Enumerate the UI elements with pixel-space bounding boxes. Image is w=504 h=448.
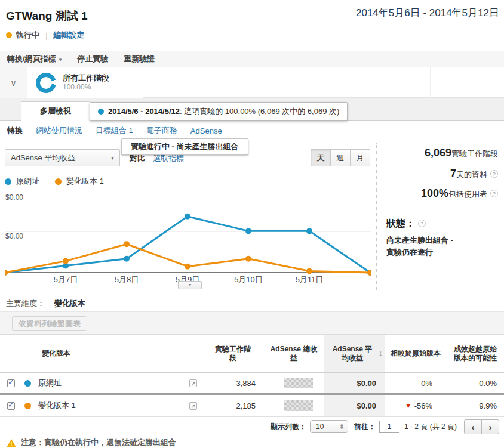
segment-cell-divider [430, 67, 431, 98]
svg-text:5月10日: 5月10日 [234, 275, 263, 284]
rows-per-page-label: 顯示列數： [271, 422, 306, 432]
tab-site-usage[interactable]: 網站使用情況 [36, 125, 82, 136]
redacted-value [284, 400, 313, 411]
series-dot-icon [24, 380, 31, 387]
segment-all-sessions[interactable]: 所有工作階段 100.00% [27, 67, 143, 98]
tab-explorer[interactable]: 多層檢視 [21, 101, 90, 121]
help-icon[interactable]: ? [418, 220, 426, 227]
tooltip-date: 2014/5/6 - 2014/5/12 [108, 107, 180, 116]
experiment-status-row: 執行中 | 編輯設定 [6, 30, 84, 41]
open-in-new-icon[interactable]: ↗ [189, 402, 197, 410]
table-row-variation-1: ✓ 變化版本 1 ↗ 2,185 $0.00 ▼ -56% 9.9% [0, 395, 504, 417]
open-in-new-icon[interactable]: ↗ [189, 379, 197, 387]
col-header-probability[interactable]: 成效超越原始版本的可能性 [447, 335, 504, 372]
vs-original-value: 0% [385, 373, 447, 393]
stop-experiment-button[interactable]: 停止實驗 [77, 51, 108, 67]
stat-days: 7天的資料? [377, 168, 504, 180]
experiment-running-banner: 實驗進行中 - 尚未產生勝出組合 [121, 138, 248, 155]
metric-type-menu[interactable]: 轉換/網頁指標▾ [7, 51, 62, 67]
granularity-week-button[interactable]: 週 [330, 149, 351, 166]
table-header: 變化版本 實驗工作階段 AdSense 總收益 AdSense 平均收益 ↓ 相… [0, 335, 504, 373]
col-header-sessions[interactable]: 實驗工作階段 [202, 335, 264, 372]
segment-name: 所有工作階段 [63, 73, 109, 83]
col-header-vs-original[interactable]: 相較於原始版本 [385, 335, 447, 372]
sessions-value: 2,185 [202, 395, 264, 416]
metric-dropdown-value: AdSense 平均收益 [11, 153, 75, 163]
warning-icon: ! [6, 438, 17, 447]
granularity-day-button[interactable]: 天 [311, 149, 331, 166]
series-dot-icon [24, 403, 31, 409]
probability-value: 9.9% [447, 395, 504, 416]
page-range-text: 1 - 2 頁 (共 2 頁) [404, 422, 457, 432]
chevron-down-icon: ∨ [10, 78, 17, 88]
col-header-avg-revenue[interactable]: AdSense 平均收益 ↓ [324, 335, 385, 372]
row-checkbox[interactable]: ✓ [7, 402, 15, 410]
footer-notice: ! 注意：實驗仍在執行中，還無法確定勝出組合 [6, 437, 176, 448]
chart-legend: 原網址 變化版本 1 [5, 176, 119, 187]
goto-page-label: 前往： [354, 422, 376, 432]
variation-name: 變化版本 1 [38, 400, 76, 411]
granularity-switcher: 天 週 月 [311, 149, 370, 166]
status-label: 執行中 [16, 30, 39, 41]
stat-sessions: 6,069實驗工作階段 [377, 147, 504, 159]
segment-donut-icon [36, 73, 56, 93]
primary-dimension-row: 主要維度： 變化版本 [6, 298, 85, 309]
plot-rows-button[interactable]: 依資料列繪製圖表 [12, 316, 87, 331]
redacted-value [284, 378, 313, 388]
summary-panel: 6,069實驗工作階段 7天的資料? 100%包括使用者? 狀態：? 尚未產生勝… [376, 143, 504, 291]
chart-svg: $0.00$0.005月7日5月8日5月9日5月10日5月11日 [5, 190, 371, 286]
stat-coverage: 100%包括使用者? [377, 187, 504, 200]
tab-goal-set-1[interactable]: 目標組合 1 [96, 125, 133, 136]
sort-desc-icon: ↓ [379, 349, 383, 358]
granularity-month-button[interactable]: 月 [350, 149, 370, 166]
col-header-variation[interactable]: 變化版本 [0, 335, 202, 372]
caret-down-icon: ▾ [111, 155, 114, 161]
legend-dot-icon [5, 178, 11, 185]
tab-ecommerce[interactable]: 電子商務 [146, 125, 177, 136]
status-block: 狀態：? 尚未產生勝出組合 - 實驗仍在進行 [377, 218, 504, 258]
pagination-bar: 顯示列數： 10 ⇕ 前往： 1 - 2 頁 (共 2 頁) ‹ › [0, 417, 504, 436]
segment-collapse-button[interactable]: ∨ [0, 67, 27, 98]
rows-per-page-select[interactable]: 10 ⇕ [310, 420, 348, 433]
row-checkbox[interactable]: ✓ [7, 379, 15, 387]
chart-collapse-handle[interactable]: ▾ [178, 281, 202, 289]
segment-row: ∨ 所有工作階段 100.00% [0, 67, 504, 98]
avg-revenue-value: $0.00 [324, 373, 385, 393]
vs-original-value: -56% [414, 401, 432, 410]
variations-table: 變化版本 實驗工作階段 AdSense 總收益 AdSense 平均收益 ↓ 相… [0, 335, 504, 417]
revalidate-button[interactable]: 重新驗證 [124, 51, 155, 67]
tooltip-dot-icon [98, 109, 104, 115]
sessions-value: 3,884 [202, 373, 264, 393]
table-row-original: ✓ 原網址 ↗ 3,884 $0.00 0% 0.0% [0, 373, 504, 395]
running-status-dot-icon [6, 32, 12, 38]
col-header-total-revenue[interactable]: AdSense 總收益 [264, 335, 324, 372]
metric-dropdown[interactable]: AdSense 平均收益 ▾ [5, 149, 120, 166]
select-metric-link[interactable]: 選取指標 [153, 153, 184, 164]
edit-settings-link[interactable]: 編輯設定 [53, 30, 84, 41]
divider: | [45, 31, 47, 40]
timeseries-chart: $0.00$0.005月7日5月8日5月9日5月10日5月11日 [5, 190, 371, 286]
avg-revenue-value: $0.00 [324, 395, 385, 416]
selection-tooltip: 2014/5/6 - 2014/5/12 : 這項實驗的 100.00% (6,… [90, 102, 348, 121]
table-toolbar: 依資料列繪製圖表 [0, 311, 504, 335]
trend-down-icon: ▼ [405, 401, 412, 410]
goto-page-input[interactable] [379, 421, 399, 433]
page-title: GTWang 測試 1 [6, 8, 88, 24]
footer-notice-text: 注意：實驗仍在執行中，還無法確定勝出組合 [21, 437, 176, 448]
probability-value: 0.0% [447, 373, 504, 393]
tab-adsense[interactable]: AdSense [190, 126, 222, 135]
svg-text:5月8日: 5月8日 [115, 275, 139, 284]
segment-percent: 100.00% [63, 83, 109, 92]
help-icon[interactable]: ? [490, 190, 498, 197]
next-page-button[interactable]: › [481, 419, 499, 434]
experiment-report-page: GTWang 測試 1 2014年5月6日 - 2014年5月12日 執行中 |… [0, 0, 504, 448]
svg-text:$0.00: $0.00 [5, 193, 23, 202]
tooltip-text: : 這項實驗的 100.00% (6,069 次中的 6,069 次) [180, 106, 339, 117]
tab-conversions[interactable]: 轉換 [7, 125, 23, 136]
dimension-variations[interactable]: 變化版本 [54, 299, 85, 308]
date-range-selector[interactable]: 2014年5月6日 - 2014年5月12日 [356, 6, 499, 20]
variation-name: 原網址 [38, 378, 62, 388]
help-icon[interactable]: ? [490, 170, 498, 178]
legend-item-original: 原網址 [5, 176, 39, 187]
prev-page-button[interactable]: ‹ [464, 419, 482, 434]
